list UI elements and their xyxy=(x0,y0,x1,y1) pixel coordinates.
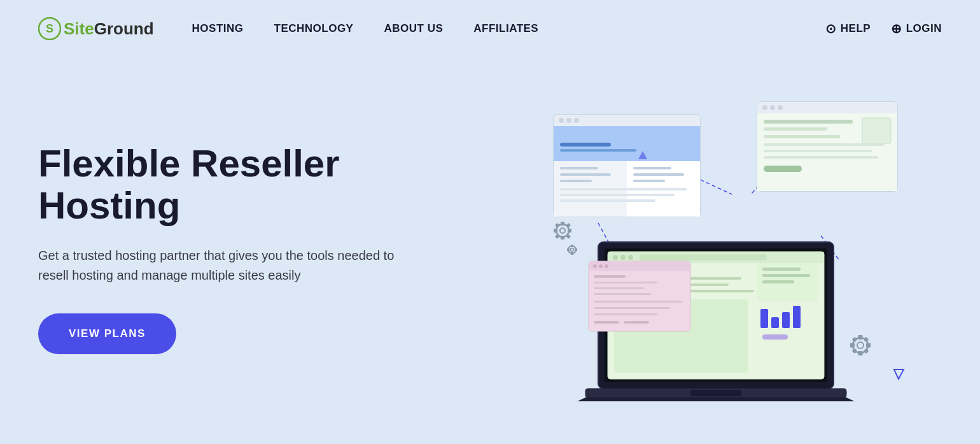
svg-point-63 xyxy=(620,255,626,260)
nav-technology[interactable]: TECHNOLOGY xyxy=(274,22,354,34)
svg-rect-72 xyxy=(762,268,801,271)
svg-point-11 xyxy=(574,118,579,123)
illustration-svg xyxy=(515,96,910,401)
svg-rect-14 xyxy=(560,149,636,152)
nav-help[interactable]: ⊙ HELP xyxy=(825,21,871,36)
svg-rect-30 xyxy=(554,229,557,233)
svg-rect-78 xyxy=(793,306,801,328)
svg-rect-91 xyxy=(594,287,645,289)
svg-rect-13 xyxy=(560,143,611,147)
svg-rect-83 xyxy=(589,261,690,331)
logo-text: SiteGround xyxy=(64,19,154,39)
svg-rect-52 xyxy=(862,118,891,143)
nav-hosting[interactable]: HOSTING xyxy=(192,22,244,34)
svg-rect-51 xyxy=(764,135,840,138)
svg-point-47 xyxy=(778,105,783,110)
svg-rect-103 xyxy=(866,343,871,348)
svg-rect-18 xyxy=(560,173,611,176)
view-plans-button[interactable]: VIEW PLANS xyxy=(38,313,176,354)
nav-affiliates[interactable]: AFFILIATES xyxy=(473,22,538,34)
svg-marker-82 xyxy=(566,397,865,401)
svg-rect-101 xyxy=(858,351,863,355)
svg-rect-53 xyxy=(764,143,885,146)
svg-point-37 xyxy=(571,248,574,252)
svg-rect-106 xyxy=(864,337,869,342)
svg-rect-17 xyxy=(560,167,598,169)
svg-rect-77 xyxy=(782,312,790,328)
svg-point-10 xyxy=(566,118,571,123)
svg-rect-25 xyxy=(560,199,655,202)
svg-rect-107 xyxy=(852,348,857,354)
svg-rect-23 xyxy=(560,188,687,190)
svg-point-88 xyxy=(605,264,608,268)
svg-rect-89 xyxy=(594,275,626,278)
svg-point-9 xyxy=(559,118,564,123)
nav-links: HOSTING TECHNOLOGY ABOUT US AFFILIATES xyxy=(192,22,826,35)
svg-rect-38 xyxy=(571,245,573,247)
svg-point-46 xyxy=(770,105,775,110)
nav-login[interactable]: ⊕ LOGIN xyxy=(891,21,942,36)
svg-rect-28 xyxy=(561,222,564,226)
svg-rect-31 xyxy=(568,229,571,233)
svg-point-99 xyxy=(857,342,864,348)
hero-title: Flexible Reseller Hosting xyxy=(38,143,484,227)
svg-rect-32 xyxy=(555,223,559,227)
svg-rect-73 xyxy=(762,274,810,277)
svg-point-27 xyxy=(560,228,565,233)
hero-section: Flexible Reseller Hosting Get a trusted … xyxy=(0,57,980,444)
svg-rect-55 xyxy=(764,156,878,159)
logo-link[interactable]: S SiteGround xyxy=(38,17,154,40)
main-nav: S SiteGround HOSTING TECHNOLOGY ABOUT US… xyxy=(0,0,980,57)
svg-text:S: S xyxy=(46,22,53,35)
svg-rect-65 xyxy=(640,254,767,261)
svg-rect-96 xyxy=(594,321,619,324)
svg-point-45 xyxy=(762,105,767,110)
svg-rect-85 xyxy=(589,266,690,271)
svg-rect-39 xyxy=(571,252,573,255)
help-icon: ⊙ xyxy=(825,21,837,36)
svg-rect-49 xyxy=(764,120,853,124)
svg-point-62 xyxy=(613,255,618,260)
svg-rect-90 xyxy=(594,282,657,283)
svg-rect-102 xyxy=(850,343,855,348)
user-icon: ⊕ xyxy=(891,21,902,36)
svg-rect-56 xyxy=(764,166,802,172)
svg-rect-75 xyxy=(760,309,768,328)
svg-rect-74 xyxy=(762,280,794,283)
svg-point-86 xyxy=(593,264,597,268)
svg-rect-22 xyxy=(633,180,665,182)
svg-rect-93 xyxy=(594,301,683,303)
svg-rect-41 xyxy=(575,248,577,251)
nav-about-us[interactable]: ABOUT US xyxy=(384,22,443,34)
svg-rect-50 xyxy=(764,127,827,131)
svg-rect-20 xyxy=(633,167,671,169)
svg-marker-108 xyxy=(894,369,904,379)
svg-rect-40 xyxy=(567,248,570,251)
svg-rect-94 xyxy=(594,307,670,309)
svg-rect-81 xyxy=(690,390,741,396)
svg-rect-76 xyxy=(771,317,779,328)
svg-rect-100 xyxy=(858,335,863,340)
hero-subtitle: Get a trusted hosting partner that gives… xyxy=(38,246,407,285)
nav-right: ⊙ HELP ⊕ LOGIN xyxy=(825,21,942,36)
svg-rect-95 xyxy=(594,313,657,315)
svg-rect-92 xyxy=(594,293,651,295)
svg-rect-21 xyxy=(633,173,684,176)
hero-illustration xyxy=(484,83,942,414)
svg-rect-79 xyxy=(762,334,788,340)
svg-point-64 xyxy=(628,255,633,260)
hero-content: Flexible Reseller Hosting Get a trusted … xyxy=(38,143,484,354)
logo-icon: S xyxy=(38,17,61,40)
svg-rect-29 xyxy=(561,236,564,240)
svg-rect-24 xyxy=(560,194,675,196)
svg-rect-19 xyxy=(560,180,592,182)
svg-point-87 xyxy=(599,264,603,268)
svg-rect-97 xyxy=(624,321,649,324)
svg-rect-105 xyxy=(864,348,869,354)
svg-rect-54 xyxy=(764,150,872,152)
svg-rect-104 xyxy=(852,337,857,342)
